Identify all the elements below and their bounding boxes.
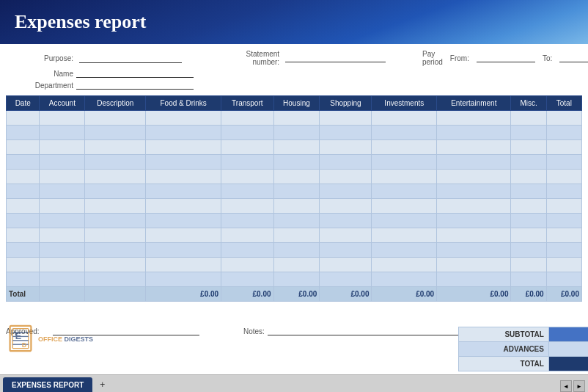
amount-cell[interactable] [372, 170, 437, 184]
amount-cell[interactable] [511, 258, 546, 272]
amount-cell[interactable] [273, 184, 320, 199]
data-cell[interactable] [40, 140, 85, 155]
amount-cell[interactable] [146, 272, 221, 287]
amount-cell[interactable] [273, 214, 320, 228]
amount-cell[interactable] [546, 184, 581, 199]
purpose-input[interactable] [79, 53, 182, 63]
data-cell[interactable] [7, 184, 40, 199]
data-cell[interactable] [85, 155, 146, 170]
data-cell[interactable] [40, 272, 85, 287]
amount-cell[interactable] [273, 111, 320, 126]
amount-cell[interactable] [320, 111, 372, 126]
total-amount-cell[interactable]: £0.00 [146, 287, 221, 302]
amount-cell[interactable] [511, 126, 546, 140]
amount-cell[interactable] [320, 228, 372, 243]
amount-cell[interactable] [221, 243, 273, 258]
amount-cell[interactable] [546, 214, 581, 228]
data-cell[interactable] [85, 126, 146, 140]
table-row[interactable] [7, 126, 582, 140]
total-amount-cell[interactable]: £0.00 [546, 287, 581, 302]
data-cell[interactable] [85, 228, 146, 243]
amount-cell[interactable] [511, 155, 546, 170]
table-row[interactable] [7, 214, 582, 228]
amount-cell[interactable] [221, 258, 273, 272]
amount-cell[interactable] [437, 228, 511, 243]
data-cell[interactable] [7, 243, 40, 258]
amount-cell[interactable] [372, 140, 437, 155]
amount-cell[interactable] [511, 184, 546, 199]
amount-cell[interactable] [273, 155, 320, 170]
total-amount-cell[interactable]: £0.00 [372, 287, 437, 302]
amount-cell[interactable] [372, 155, 437, 170]
table-row[interactable] [7, 140, 582, 155]
table-row[interactable] [7, 184, 582, 199]
amount-cell[interactable] [146, 155, 221, 170]
total-amount-cell[interactable]: £0.00 [273, 287, 320, 302]
amount-cell[interactable] [546, 272, 581, 287]
amount-cell[interactable] [437, 184, 511, 199]
data-cell[interactable] [7, 258, 40, 272]
amount-cell[interactable] [146, 228, 221, 243]
total-amount-cell[interactable]: £0.00 [437, 287, 511, 302]
table-row[interactable] [7, 243, 582, 258]
data-cell[interactable] [7, 140, 40, 155]
amount-cell[interactable] [511, 228, 546, 243]
amount-cell[interactable] [546, 111, 581, 126]
amount-cell[interactable] [546, 258, 581, 272]
amount-cell[interactable] [320, 258, 372, 272]
data-cell[interactable] [7, 126, 40, 140]
amount-cell[interactable] [146, 170, 221, 184]
to-input[interactable] [559, 54, 588, 62]
from-input[interactable] [477, 54, 535, 62]
amount-cell[interactable] [273, 170, 320, 184]
amount-cell[interactable] [320, 140, 372, 155]
expenses-report-tab[interactable]: EXPENSES REPORT [3, 377, 92, 392]
amount-cell[interactable] [546, 228, 581, 243]
amount-cell[interactable] [273, 228, 320, 243]
data-cell[interactable] [7, 155, 40, 170]
amount-cell[interactable] [146, 184, 221, 199]
data-cell[interactable] [85, 111, 146, 126]
amount-cell[interactable] [146, 214, 221, 228]
data-cell[interactable] [40, 111, 85, 126]
amount-cell[interactable] [437, 258, 511, 272]
amount-cell[interactable] [546, 155, 581, 170]
data-cell[interactable] [7, 170, 40, 184]
total-empty-cell[interactable] [85, 287, 146, 302]
data-cell[interactable] [7, 111, 40, 126]
notes-input[interactable] [268, 327, 458, 335]
amount-cell[interactable] [372, 111, 437, 126]
amount-cell[interactable] [221, 184, 273, 199]
amount-cell[interactable] [511, 170, 546, 184]
table-row[interactable] [7, 258, 582, 272]
amount-cell[interactable] [437, 214, 511, 228]
amount-cell[interactable] [146, 243, 221, 258]
amount-cell[interactable] [146, 258, 221, 272]
data-cell[interactable] [85, 170, 146, 184]
data-cell[interactable] [85, 272, 146, 287]
amount-cell[interactable] [273, 140, 320, 155]
amount-cell[interactable] [273, 126, 320, 140]
amount-cell[interactable] [146, 111, 221, 126]
table-row[interactable] [7, 228, 582, 243]
amount-cell[interactable] [320, 170, 372, 184]
table-row[interactable] [7, 111, 582, 126]
scroll-right-btn[interactable]: ► [573, 380, 585, 392]
amount-cell[interactable] [511, 140, 546, 155]
table-row[interactable]: Total£0.00£0.00£0.00£0.00£0.00£0.00£0.00… [7, 287, 582, 302]
data-cell[interactable] [85, 243, 146, 258]
amount-cell[interactable] [437, 140, 511, 155]
amount-cell[interactable] [320, 272, 372, 287]
amount-cell[interactable] [146, 140, 221, 155]
data-cell[interactable] [85, 199, 146, 214]
amount-cell[interactable] [372, 243, 437, 258]
amount-cell[interactable] [221, 111, 273, 126]
amount-cell[interactable] [146, 126, 221, 140]
amount-cell[interactable] [221, 199, 273, 214]
amount-cell[interactable] [546, 243, 581, 258]
data-cell[interactable] [40, 214, 85, 228]
amount-cell[interactable] [372, 228, 437, 243]
total-amount-cell[interactable]: £0.00 [511, 287, 546, 302]
data-cell[interactable] [40, 243, 85, 258]
data-cell[interactable] [7, 214, 40, 228]
